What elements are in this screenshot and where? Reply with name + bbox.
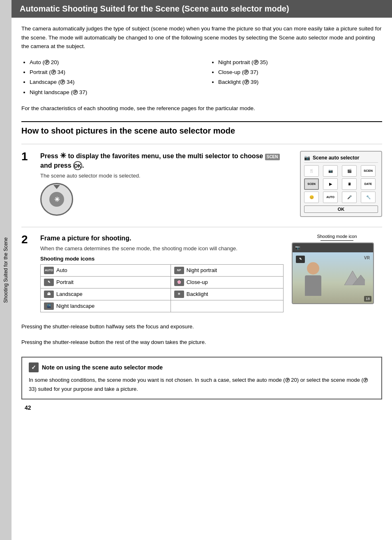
- step-1-image: 📷 Scene auto selector 🍴 📷 🎬 SCEN SCEN: [300, 151, 382, 217]
- table-cell: ✎ Portrait: [41, 276, 171, 288]
- mountains-svg: [340, 265, 365, 285]
- table-row: AUTO Auto NP Night portrait: [41, 264, 284, 276]
- content-area: The camera automatically judges the type…: [12, 24, 392, 399]
- menu-cell: 🎬: [342, 165, 357, 177]
- ok-bar: OK: [304, 205, 378, 213]
- menu-cell: 📷: [323, 165, 338, 177]
- asterisk-icon: ✳: [60, 152, 66, 160]
- bottom-text-1: Pressing the shutter-release button half…: [21, 322, 382, 331]
- ok-button-icon: OK: [73, 161, 82, 170]
- bullet-col-left: Auto (Ⓟ 20) Portrait (Ⓟ 34) Landscape (Ⓟ…: [21, 58, 194, 97]
- menu-cell: 🎤: [342, 192, 357, 203]
- cell-content: AUTO Auto: [44, 267, 167, 274]
- note-title-text: Note on using the scene auto selector mo…: [42, 364, 163, 371]
- page-container: Shooting Suited for the Scene Automatic …: [0, 0, 392, 540]
- note-checkmark-icon: ✓: [29, 362, 39, 372]
- side-tab: Shooting Suited for the Scene: [0, 0, 12, 540]
- table-row: ✎ Portrait 🌸 Close-up: [41, 276, 284, 288]
- note-title: ✓ Note on using the scene auto selector …: [29, 362, 375, 372]
- intro-text: The camera automatically judges the type…: [21, 24, 382, 51]
- backlight-icon: ☀: [174, 291, 184, 298]
- menu-cell: 🍴: [304, 165, 319, 177]
- frame-count-value: 18: [366, 297, 370, 301]
- step-2-row: Frame a picture for shooting. When the c…: [40, 234, 382, 312]
- step-2: 2 Frame a picture for shooting. When the…: [21, 227, 382, 312]
- section-heading: How to shoot pictures in the scene auto …: [21, 121, 382, 136]
- landscape-icon: 🏔: [44, 291, 54, 298]
- vf-person-body: [305, 275, 321, 296]
- menu-cell: 🖥: [342, 178, 357, 190]
- icons-table-title: Shooting mode icons: [40, 256, 284, 262]
- step-2-right: Shooting mode icon 📷 ✎ VR: [292, 234, 382, 312]
- menu-cell: ▶: [323, 178, 338, 190]
- vf-camera-icon: 📷: [295, 245, 300, 250]
- ref-icon-2: Ⓟ: [363, 378, 368, 383]
- list-item: Night landscape (Ⓟ 37): [30, 88, 194, 97]
- table-row: 🌃 Night landscape: [41, 300, 284, 312]
- icons-table: AUTO Auto NP Night portrait: [40, 264, 284, 312]
- cell-content: ✎ Portrait: [44, 279, 167, 286]
- list-item: Night portrait (Ⓟ 35): [218, 58, 382, 67]
- table-cell: NP Night portrait: [171, 264, 283, 276]
- main-content: Automatic Shooting Suited for the Scene …: [12, 0, 392, 540]
- page-number: 42: [21, 403, 35, 413]
- ref-icon-1: Ⓟ: [285, 378, 290, 383]
- menu-cell: 😊: [304, 192, 319, 203]
- cell-content: ☀ Backlight: [174, 291, 280, 298]
- shooting-mode-label: Shooting mode icon: [292, 234, 382, 239]
- note-box: ✓ Note on using the scene auto selector …: [21, 357, 382, 399]
- night-landscape-icon: 🌃: [44, 302, 54, 310]
- list-item: Close-up (Ⓟ 37): [218, 67, 382, 77]
- step-2-content: Frame a picture for shooting. When the c…: [40, 234, 382, 312]
- list-item: Landscape (Ⓟ 34): [30, 77, 194, 87]
- arrow-down-icon: [53, 185, 60, 189]
- vr-label: VR: [364, 256, 370, 260]
- note-text: In some shooting conditions, the scene m…: [29, 376, 375, 394]
- camera-menu-grid: 🍴 📷 🎬 SCEN SCEN ▶ 🖥 DATE 😊 AUTO: [304, 165, 378, 203]
- step-2-number: 2: [21, 234, 34, 312]
- list-item: Auto (Ⓟ 20): [30, 58, 194, 67]
- vf-person: [301, 262, 325, 299]
- table-cell: 🏔 Landscape: [41, 288, 171, 300]
- table-cell: 🌸 Close-up: [171, 276, 283, 288]
- vf-frame-count: 18: [364, 296, 371, 302]
- ref-text: For the characteristics of each shooting…: [21, 104, 382, 113]
- bullet-columns: Auto (Ⓟ 20) Portrait (Ⓟ 34) Landscape (Ⓟ…: [21, 58, 382, 97]
- vf-line-indicator: [321, 240, 353, 241]
- menu-cell-highlighted: SCEN: [304, 178, 319, 190]
- bullet-col-right: Night portrait (Ⓟ 35) Close-up (Ⓟ 37) Ba…: [210, 58, 382, 97]
- portrait-icon: ✎: [44, 279, 54, 286]
- table-cell: [171, 300, 283, 312]
- list-item: Backlight (Ⓟ 39): [218, 77, 382, 87]
- auto-icon: AUTO: [44, 267, 54, 274]
- step-1-number: 1: [21, 151, 34, 217]
- step-2-title: Frame a picture for shooting.: [40, 234, 284, 243]
- viewfinder: 📷 ✎ VR: [292, 242, 374, 304]
- multi-selector-icon: ✳: [40, 183, 73, 216]
- cell-content: 🌃 Night landscape: [44, 302, 167, 310]
- vf-background-detail: [340, 265, 365, 285]
- vf-person-head: [307, 262, 319, 275]
- vf-body: ✎ VR: [293, 252, 373, 303]
- closeup-icon: 🌸: [174, 279, 184, 286]
- side-tab-label: Shooting Suited for the Scene: [3, 237, 9, 302]
- page-title: Automatic Shooting Suited for the Scene …: [20, 4, 384, 14]
- scene-icon: SCEN: [265, 154, 280, 160]
- list-item: Portrait (Ⓟ 34): [30, 67, 194, 77]
- step-1-text: Press ✳ to display the favorites menu, u…: [40, 151, 292, 216]
- table-cell: ☀ Backlight: [171, 288, 283, 300]
- cell-content: 🏔 Landscape: [44, 291, 167, 298]
- menu-cell: DATE: [361, 178, 376, 190]
- bullet-list-right: Night portrait (Ⓟ 35) Close-up (Ⓟ 37) Ba…: [210, 58, 382, 88]
- menu-title-text: Scene auto selector: [313, 155, 359, 161]
- camera-menu-box: 📷 Scene auto selector 🍴 📷 🎬 SCEN SCEN: [300, 151, 382, 217]
- menu-cell: 🔧: [361, 192, 376, 203]
- table-cell: AUTO Auto: [41, 264, 171, 276]
- night-portrait-icon: NP: [174, 267, 184, 274]
- bottom-text-2: Pressing the shutter-release button the …: [21, 338, 382, 347]
- table-cell: 🌃 Night landscape: [41, 300, 171, 312]
- step-1-title: Press ✳ to display the favorites menu, u…: [40, 151, 292, 171]
- menu-cell: SCEN: [361, 165, 376, 177]
- step-1: 1 Press ✳ to display the favorites menu,…: [21, 144, 382, 217]
- bullet-list-left: Auto (Ⓟ 20) Portrait (Ⓟ 34) Landscape (Ⓟ…: [21, 58, 194, 97]
